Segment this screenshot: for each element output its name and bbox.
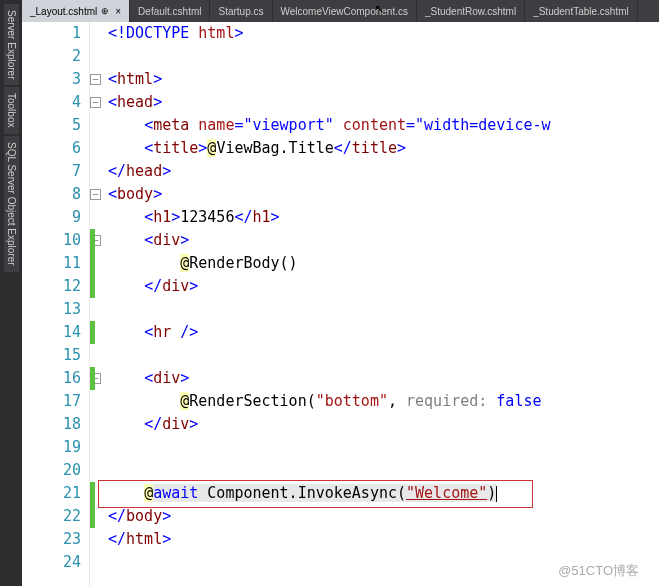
line-number: 14 bbox=[22, 321, 81, 344]
line-number: 9 bbox=[22, 206, 81, 229]
close-icon[interactable]: × bbox=[115, 6, 121, 17]
line-number: 8 bbox=[22, 183, 81, 206]
line-number: 15 bbox=[22, 344, 81, 367]
line-number: 17 bbox=[22, 390, 81, 413]
tab-welcome-vc[interactable]: WelcomeViewComponent.cs bbox=[273, 0, 417, 22]
line-number: 11 bbox=[22, 252, 81, 275]
code-area[interactable]: <!DOCTYPE html> <html> <head> <meta name… bbox=[90, 22, 659, 586]
line-number: 20 bbox=[22, 459, 81, 482]
mouse-cursor-icon: ↖ bbox=[375, 0, 385, 17]
line-number: 22 bbox=[22, 505, 81, 528]
tab-default[interactable]: Default.cshtml bbox=[130, 0, 210, 22]
tab-startup[interactable]: Startup.cs bbox=[210, 0, 272, 22]
tab-bar: _Layout.cshtml⊕× Default.cshtml Startup.… bbox=[22, 0, 659, 22]
line-number: 21 bbox=[22, 482, 81, 505]
line-number: 6 bbox=[22, 137, 81, 160]
line-number: 13 bbox=[22, 298, 81, 321]
side-tab-server-explorer[interactable]: Server Explorer bbox=[4, 4, 19, 85]
pin-icon[interactable]: ⊕ bbox=[101, 6, 109, 16]
line-number: 3 bbox=[22, 68, 81, 91]
line-number: 19 bbox=[22, 436, 81, 459]
sidebar: Server Explorer Toolbox SQL Server Objec… bbox=[0, 0, 22, 586]
line-number: 16 bbox=[22, 367, 81, 390]
line-number: 24 bbox=[22, 551, 81, 574]
tab-layout[interactable]: _Layout.cshtml⊕× bbox=[22, 0, 130, 22]
line-number: 23 bbox=[22, 528, 81, 551]
line-gutter: – – – – – 1 2 3 4 5 6 7 8 9 10 11 12 13 … bbox=[22, 22, 90, 586]
tab-student-table[interactable]: _StudentTable.cshtml bbox=[525, 0, 638, 22]
line-number: 5 bbox=[22, 114, 81, 137]
side-tab-toolbox[interactable]: Toolbox bbox=[4, 87, 19, 133]
side-tab-sql-explorer[interactable]: SQL Server Object Explorer bbox=[4, 136, 19, 272]
line-number: 10 bbox=[22, 229, 81, 252]
highlight-box bbox=[98, 480, 533, 508]
watermark: @51CTO博客 bbox=[558, 562, 639, 580]
line-number: 4 bbox=[22, 91, 81, 114]
line-number: 12 bbox=[22, 275, 81, 298]
line-number: 2 bbox=[22, 45, 81, 68]
line-number: 1 bbox=[22, 22, 81, 45]
line-number: 7 bbox=[22, 160, 81, 183]
line-number: 18 bbox=[22, 413, 81, 436]
code-editor[interactable]: – – – – – 1 2 3 4 5 6 7 8 9 10 11 12 13 … bbox=[22, 22, 659, 586]
tab-student-row[interactable]: _StudentRow.cshtml bbox=[417, 0, 525, 22]
